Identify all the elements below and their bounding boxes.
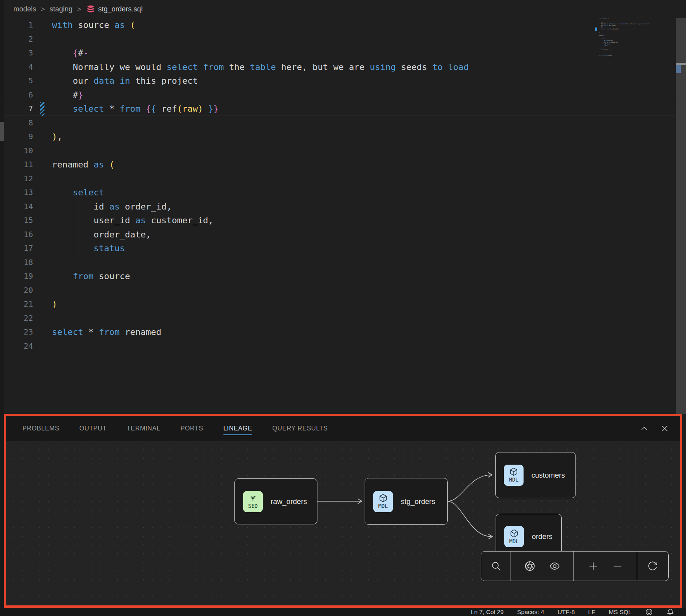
close-panel-button[interactable]: [660, 424, 669, 433]
code-line-3[interactable]: 3 {#-: [4, 46, 676, 60]
line-number[interactable]: 20: [4, 283, 33, 298]
code-line-6[interactable]: 6 #}: [4, 88, 676, 102]
tab-problems[interactable]: PROBLEMS: [22, 422, 59, 435]
bell-icon[interactable]: [666, 608, 674, 616]
code-line-5[interactable]: 5 our data in this project: [4, 74, 676, 88]
code-line-18[interactable]: 18: [4, 256, 676, 270]
minimap-modified-marker: [595, 28, 597, 31]
tab-query-results[interactable]: QUERY RESULTS: [272, 422, 328, 435]
lineage-node-raw_orders[interactable]: SEDraw_orders: [234, 478, 317, 524]
breadcrumb-item-models[interactable]: models: [13, 5, 36, 13]
lineage-node-customers[interactable]: MDLcustomers: [495, 452, 576, 498]
line-number[interactable]: 10: [4, 144, 33, 158]
line-number[interactable]: 19: [4, 269, 33, 283]
code-text: [52, 32, 676, 46]
breadcrumb-item-staging[interactable]: staging: [50, 5, 72, 13]
code-line-11[interactable]: 11renamed as (: [4, 158, 676, 172]
line-number[interactable]: 5: [4, 74, 33, 88]
code-text: #}: [52, 88, 676, 102]
line-number[interactable]: 22: [4, 311, 33, 325]
line-number[interactable]: 9: [4, 130, 33, 144]
minimap[interactable]: with source as ( {#- Normally we would s…: [599, 18, 675, 77]
overview-ruler[interactable]: [676, 18, 686, 414]
token: select: [601, 28, 605, 29]
tab-terminal[interactable]: TERMINAL: [127, 422, 160, 435]
status-encoding[interactable]: UTF-8: [557, 609, 575, 616]
line-number[interactable]: 7: [4, 102, 33, 116]
code-text: ): [52, 297, 676, 311]
left-scroll-handle[interactable]: [0, 122, 4, 141]
line-number[interactable]: 21: [4, 297, 33, 311]
line-number[interactable]: 24: [4, 339, 33, 353]
token: user_id: [599, 42, 609, 43]
tab-output[interactable]: OUTPUT: [79, 422, 107, 435]
maximize-panel-button[interactable]: [640, 424, 649, 433]
token: with: [52, 20, 73, 30]
code-line-21[interactable]: 21): [4, 297, 676, 311]
code-line-24[interactable]: 24: [4, 339, 676, 353]
status-indentation[interactable]: Spaces: 4: [517, 609, 544, 616]
line-number[interactable]: 11: [4, 158, 33, 172]
zoom-in-button[interactable]: [588, 561, 599, 572]
code-text: {#-: [52, 46, 676, 60]
code-line-13[interactable]: 13 select: [4, 186, 676, 200]
code-line-9[interactable]: 9),: [4, 130, 676, 144]
code-line-10[interactable]: 10: [4, 144, 676, 158]
token: (: [608, 18, 609, 20]
tab-ports[interactable]: PORTS: [181, 422, 203, 435]
lineage-node-stg_orders[interactable]: MDLstg_orders: [365, 478, 448, 525]
code-text: [52, 144, 676, 158]
feedback-icon[interactable]: [645, 608, 653, 616]
gutter-marker: [40, 144, 44, 158]
node-label: orders: [532, 532, 552, 541]
code-line-7[interactable]: 7 select * from {{ ref(raw) }}: [4, 102, 676, 116]
line-number[interactable]: 14: [4, 200, 33, 214]
code-line-19[interactable]: 19 from source: [4, 269, 676, 283]
code-editor[interactable]: 1with source as (23 {#-4 Normally we wou…: [4, 18, 676, 353]
search-button[interactable]: [491, 561, 502, 572]
status-eol[interactable]: LF: [588, 609, 595, 616]
breadcrumb-file[interactable]: stg_orders.sql: [86, 5, 143, 14]
token: (: [109, 160, 114, 169]
code-line-16[interactable]: 16 order_date,: [4, 228, 676, 242]
code-line-20[interactable]: 20: [4, 283, 676, 298]
code-line-15[interactable]: 15 user_id as customer_id,: [4, 213, 676, 228]
eye-button[interactable]: [549, 561, 560, 572]
line-number[interactable]: 8: [4, 116, 33, 130]
code-line-1[interactable]: 1with source as (: [4, 18, 676, 32]
code-line-17[interactable]: 17 status: [4, 241, 676, 256]
line-number[interactable]: 18: [4, 256, 33, 270]
line-number[interactable]: 4: [4, 60, 33, 74]
zoom-out-button[interactable]: [612, 561, 623, 572]
line-number[interactable]: 13: [4, 186, 33, 200]
line-number[interactable]: 12: [4, 172, 33, 186]
lineage-canvas[interactable]: SEDraw_ordersMDLstg_ordersMDLcustomersMD…: [6, 441, 680, 605]
refresh-button[interactable]: [647, 561, 658, 572]
code-line-23[interactable]: 23select * from renamed: [4, 325, 676, 339]
aperture-button[interactable]: [524, 561, 535, 572]
code-line-4[interactable]: 4 Normally we would select from the tabl…: [4, 60, 676, 74]
node-label: customers: [531, 471, 565, 480]
line-number[interactable]: 2: [4, 32, 33, 46]
line-number[interactable]: 15: [4, 213, 33, 228]
line-number[interactable]: 16: [4, 228, 33, 242]
token: here, but we are: [276, 62, 370, 72]
code-line-2[interactable]: 2: [4, 32, 676, 46]
line-number[interactable]: 23: [4, 325, 33, 339]
close-icon: [660, 424, 669, 433]
code-line-8[interactable]: 8: [4, 116, 676, 130]
line-number[interactable]: 1: [4, 18, 33, 32]
breadcrumb-filename: stg_orders.sql: [98, 5, 143, 13]
status-language-mode[interactable]: MS SQL: [609, 609, 632, 616]
status-cursor-position[interactable]: Ln 7, Col 29: [471, 609, 504, 616]
tab-lineage[interactable]: LINEAGE: [223, 422, 253, 435]
line-number[interactable]: 3: [4, 46, 33, 60]
code-line-22[interactable]: 22: [4, 311, 676, 325]
line-number[interactable]: 6: [4, 88, 33, 102]
gutter-marker: [40, 18, 44, 32]
token: }: [208, 104, 213, 114]
line-number[interactable]: 17: [4, 241, 33, 256]
code-line-14[interactable]: 14 id as order_id,: [4, 200, 676, 214]
code-line-12[interactable]: 12: [4, 172, 676, 186]
code-text: user_id as customer_id,: [52, 213, 676, 228]
